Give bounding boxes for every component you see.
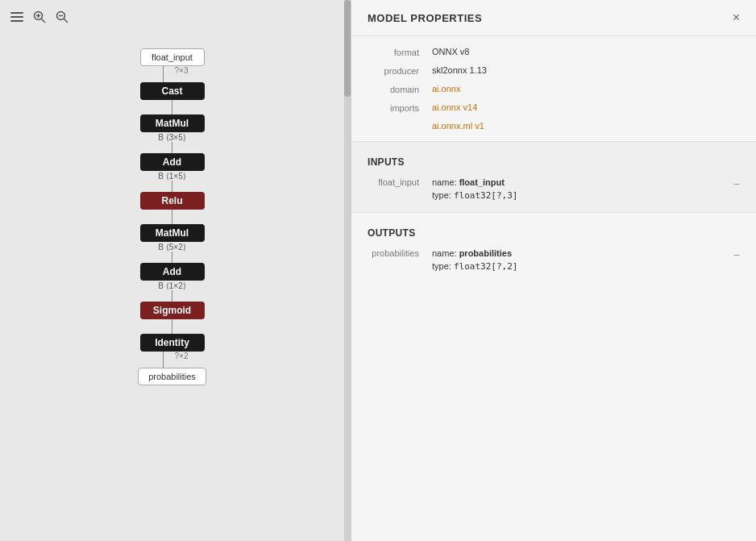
io-type-text-out: type: float32[?,2] [432, 261, 517, 272]
panel-header: MODEL PROPERTIES × [351, 0, 756, 35]
node-box-relu[interactable]: Relu [140, 192, 205, 210]
connector-line [163, 66, 164, 82]
node-sublabel-matmul2: B ⟨5×2⟩ [158, 243, 185, 252]
connector-line [172, 319, 172, 334]
svg-rect-1 [10, 16, 23, 18]
node-sublabel-add2: B ⟨1×2⟩ [158, 281, 185, 290]
io-type-row: type: float32[?,3] [432, 190, 740, 201]
node-box-add1[interactable]: Add [140, 153, 205, 171]
output-probabilities-block: probabilities name: probabilities − type… [351, 243, 756, 277]
node-sublabel-matmul1: B ⟨3×5⟩ [158, 133, 185, 142]
graph-content: float_input ?×3 Cast MatMul B ⟨3×5⟩ Add … [0, 0, 344, 541]
node-add2[interactable]: Add B ⟨1×2⟩ [140, 263, 205, 290]
node-box-matmul2[interactable]: MatMul [140, 224, 205, 242]
io-type-text: type: float32[?,3] [432, 190, 517, 201]
prop-label-imports: imports [368, 102, 432, 113]
connector-label-2: ?×2 [175, 352, 189, 360]
node-box-cast[interactable]: Cast [140, 82, 205, 100]
connector-line [172, 100, 172, 114]
node-box-sigmoid[interactable]: Sigmoid [140, 302, 205, 319]
connector-label-1: ?×3 [175, 66, 189, 75]
io-name-text: name: float_input [432, 177, 505, 187]
scrollbar-thumb[interactable] [344, 0, 351, 97]
node-box-add2[interactable]: Add [140, 263, 205, 281]
connector-line [172, 290, 172, 302]
prop-value-format: ONNX v8 [432, 47, 740, 56]
toolbar [8, 8, 71, 26]
zoom-in-icon[interactable] [31, 8, 48, 26]
prop-row-producer: producer skl2onnx 1.13 [351, 61, 756, 80]
node-probabilities[interactable]: probabilities [138, 368, 206, 385]
prop-value-imports1: ai.onnx v14 [432, 102, 740, 112]
node-identity[interactable]: Identity [140, 334, 205, 352]
node-box-matmul1[interactable]: MatMul [140, 114, 205, 132]
node-add1[interactable]: Add B ⟨1×5⟩ [140, 153, 205, 181]
prop-label-imports2 [368, 121, 432, 122]
node-relu[interactable]: Relu [140, 192, 205, 210]
io-label-probabilities: probabilities [368, 248, 432, 272]
prop-row-domain: domain ai.onnx [351, 80, 756, 98]
io-dash-input: − [733, 177, 740, 190]
io-content-float-input: name: float_input − type: float32[?,3] [432, 177, 740, 201]
input-float-input-block: float_input name: float_input − type: fl… [351, 173, 756, 206]
graph-panel: float_input ?×3 Cast MatMul B ⟨3×5⟩ Add … [0, 0, 351, 541]
prop-value-imports2: ai.onnx.ml v1 [432, 121, 740, 131]
properties-grid: format ONNX v8 producer skl2onnx 1.13 do… [351, 36, 756, 141]
node-matmul1[interactable]: MatMul B ⟨3×5⟩ [140, 114, 205, 142]
outputs-header: OUTPUTS [351, 219, 756, 243]
properties-panel: MODEL PROPERTIES × format ONNX v8 produc… [351, 0, 756, 541]
node-float-input[interactable]: float_input [140, 48, 205, 66]
svg-rect-0 [10, 12, 23, 14]
inputs-section: INPUTS float_input name: float_input − t… [351, 142, 756, 212]
io-name-text-out: name: probabilities [432, 248, 512, 258]
io-type-row-out: type: float32[?,2] [432, 261, 740, 272]
prop-label-producer: producer [368, 65, 432, 76]
outputs-section: OUTPUTS probabilities name: probabilitie… [351, 213, 756, 283]
prop-row-imports1: imports ai.onnx v14 [351, 98, 756, 117]
node-sigmoid[interactable]: Sigmoid [140, 302, 205, 319]
svg-line-8 [64, 19, 69, 23]
close-button[interactable]: × [733, 11, 740, 24]
graph-scrollbar[interactable] [344, 0, 351, 541]
inputs-header: INPUTS [351, 148, 756, 173]
prop-value-producer: skl2onnx 1.13 [432, 65, 740, 75]
io-dash-output: − [733, 248, 740, 261]
io-name-row-out: name: probabilities − [432, 248, 740, 261]
node-cast[interactable]: Cast [140, 82, 205, 100]
panel-title: MODEL PROPERTIES [368, 12, 482, 24]
connector-line [172, 181, 172, 192]
connector-line [172, 142, 172, 153]
zoom-out-icon[interactable] [53, 8, 71, 26]
prop-value-domain: ai.onnx [432, 84, 740, 94]
node-box-float-input[interactable]: float_input [140, 48, 205, 66]
io-content-probabilities: name: probabilities − type: float32[?,2] [432, 248, 740, 272]
prop-label-format: format [368, 47, 432, 57]
connector-line [163, 352, 164, 368]
prop-row-format: format ONNX v8 [351, 43, 756, 61]
prop-label-domain: domain [368, 84, 432, 94]
prop-row-imports2: ai.onnx.ml v1 [351, 117, 756, 135]
io-label-float-input: float_input [368, 177, 432, 201]
node-sublabel-add1: B ⟨1×5⟩ [158, 172, 185, 181]
menu-icon[interactable] [8, 8, 26, 26]
node-matmul2[interactable]: MatMul B ⟨5×2⟩ [140, 224, 205, 252]
svg-line-4 [42, 19, 46, 23]
io-name-row: name: float_input − [432, 177, 740, 190]
connector-line [172, 252, 172, 263]
connector-line [172, 210, 172, 224]
svg-rect-2 [10, 20, 23, 22]
node-box-probabilities[interactable]: probabilities [138, 368, 206, 385]
node-box-identity[interactable]: Identity [140, 334, 205, 352]
